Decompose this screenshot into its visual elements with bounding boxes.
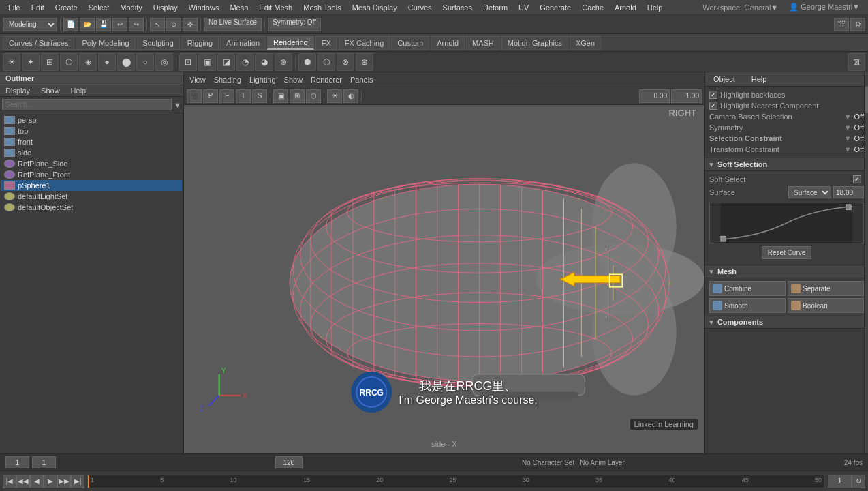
menu-modify[interactable]: Modify <box>114 3 147 12</box>
vp-menu-view[interactable]: View <box>187 76 208 84</box>
shelf-animation[interactable]: Animation <box>220 36 266 50</box>
timeline-back-btn[interactable]: ◀ <box>30 475 44 488</box>
menu-meshtools[interactable]: Mesh Tools <box>298 3 346 12</box>
vp-persp-btn[interactable]: P <box>203 89 218 103</box>
highlight-backfaces-check[interactable]: ✓ <box>709 91 717 99</box>
icon-hud[interactable]: ⊠ <box>848 53 865 71</box>
boolean-btn[interactable]: Boolean <box>788 298 864 313</box>
vp-menu-shading[interactable]: Shading <box>211 76 244 84</box>
menu-meshdisplay[interactable]: Mesh Display <box>347 3 403 12</box>
combine-btn[interactable]: Combine <box>709 281 786 296</box>
icon-sphere1[interactable]: ⬤ <box>117 53 135 71</box>
icon-edge[interactable]: ⊞ <box>41 53 59 71</box>
selection-constraint-value[interactable]: Off <box>854 134 864 143</box>
timeline-frame-input[interactable] <box>828 475 852 488</box>
open-btn[interactable]: 📂 <box>80 18 95 31</box>
shelf-rigging[interactable]: Rigging <box>181 36 219 50</box>
timeline-end-btn[interactable]: ▶| <box>71 475 84 488</box>
icon-fx3[interactable]: ⊗ <box>337 53 354 71</box>
soft-selection-title[interactable]: ▼ Soft Selection <box>705 158 868 171</box>
vp-menu-renderer[interactable]: Renderer <box>308 76 345 84</box>
shelf-mash[interactable]: MASH <box>466 36 500 50</box>
shelf-custom[interactable]: Custom <box>391 36 429 50</box>
vp-menu-panels[interactable]: Panels <box>347 76 376 84</box>
select-btn[interactable]: ↖ <box>150 18 165 31</box>
settings-btn[interactable]: ⚙ <box>850 18 865 31</box>
outliner-menu-show[interactable]: Show <box>35 85 65 96</box>
separate-btn[interactable]: Separate <box>788 281 864 296</box>
icon-env[interactable]: ◕ <box>255 53 273 71</box>
shelf-sculpting[interactable]: Sculpting <box>137 36 180 50</box>
highlight-nearest-check[interactable]: ✓ <box>709 102 717 110</box>
shelf-arnold[interactable]: Arnold <box>431 36 465 50</box>
search-input[interactable] <box>2 99 172 110</box>
vp-front-btn[interactable]: F <box>219 89 234 103</box>
menu-cache[interactable]: Cache <box>576 3 609 12</box>
menu-edit[interactable]: Edit <box>26 3 50 12</box>
smooth-btn[interactable]: Smooth <box>709 298 786 313</box>
symmetry-value[interactable]: Off <box>854 123 864 132</box>
menu-surfaces[interactable]: Surfaces <box>437 3 478 12</box>
vp-iso-btn[interactable]: ⬡ <box>306 89 321 103</box>
timeline-play-btn[interactable]: ▶ <box>44 475 57 488</box>
menu-file[interactable]: File <box>3 3 26 12</box>
menu-help[interactable]: Help <box>642 3 668 12</box>
outliner-item-refplane-front[interactable]: RefPlane_Front <box>1 169 182 180</box>
rp-help-tab[interactable]: Help <box>743 72 775 86</box>
vp-shading-btn[interactable]: ▣ <box>273 89 288 103</box>
timeline-prev-btn[interactable]: ◀◀ <box>16 475 30 488</box>
mode-select[interactable]: Modeling <box>3 18 57 31</box>
shelf-poly[interactable]: Poly Modeling <box>76 36 135 50</box>
outliner-item-lightset[interactable]: defaultLightSet <box>1 191 182 202</box>
outliner-item-front[interactable]: front <box>1 136 182 147</box>
frame-total-input[interactable] <box>275 456 303 468</box>
search-dropdown-icon[interactable]: ▼ <box>174 101 181 109</box>
outliner-item-side[interactable]: side <box>1 147 182 158</box>
vp-top-btn[interactable]: T <box>236 89 251 103</box>
shelf-curves[interactable]: Curves / Surfaces <box>3 36 74 50</box>
lasso-btn[interactable]: ⊙ <box>166 18 181 31</box>
new-scene-btn[interactable]: 📄 <box>63 18 78 31</box>
menu-editmesh[interactable]: Edit Mesh <box>253 3 298 12</box>
surface-value-input[interactable] <box>833 186 864 198</box>
mesh-section-title[interactable]: ▼ Mesh <box>705 265 868 278</box>
shelf-xgen[interactable]: XGen <box>570 36 601 50</box>
rp-object-tab[interactable]: Object <box>705 72 743 86</box>
outliner-menu-display[interactable]: Display <box>0 85 35 96</box>
frame-start-input[interactable] <box>5 456 29 468</box>
menu-generate[interactable]: Generate <box>534 3 576 12</box>
reset-curve-btn[interactable]: Reset Curve <box>762 246 812 259</box>
menu-deform[interactable]: Deform <box>478 3 513 12</box>
soft-select-check[interactable]: ✓ <box>853 175 861 183</box>
icon-fx2[interactable]: ⬡ <box>317 53 335 71</box>
right-panel-scrollbar[interactable] <box>864 72 868 453</box>
shelf-fx[interactable]: FX <box>315 36 337 50</box>
frame-current-input[interactable] <box>32 456 56 468</box>
vp-shadow-btn[interactable]: ◐ <box>343 89 358 103</box>
menu-select[interactable]: Select <box>83 3 115 12</box>
icon-select-all[interactable]: ☀ <box>3 53 20 71</box>
icon-light[interactable]: ◔ <box>236 53 254 71</box>
timeline-fwd-btn[interactable]: ▶▶ <box>57 475 71 488</box>
surface-dropdown[interactable]: Surface <box>788 186 831 198</box>
shelf-motiongraphics[interactable]: Motion Graphics <box>501 36 568 50</box>
outliner-item-top[interactable]: top <box>1 125 182 136</box>
icon-torus[interactable]: ◎ <box>155 53 173 71</box>
timeline-track[interactable]: 1510152025 3035404550 <box>87 475 825 488</box>
timeline-loop-btn[interactable]: ↻ <box>852 475 865 488</box>
vp-menu-lighting[interactable]: Lighting <box>247 76 279 84</box>
move-btn[interactable]: ✛ <box>183 18 198 31</box>
icon-uvs[interactable]: ◈ <box>79 53 97 71</box>
menu-windows[interactable]: Windows <box>183 3 225 12</box>
icon-fx4[interactable]: ⊕ <box>356 53 373 71</box>
redo-btn[interactable]: ↪ <box>129 18 144 31</box>
vp-side-btn[interactable]: S <box>252 89 267 103</box>
menu-create[interactable]: Create <box>50 3 83 12</box>
menu-curves[interactable]: Curves <box>403 3 437 12</box>
shelf-rendering[interactable]: Rendering <box>267 36 314 50</box>
icon-fx1[interactable]: ⬢ <box>298 53 316 71</box>
menu-arnold[interactable]: Arnold <box>609 3 642 12</box>
icon-sphere2[interactable]: ○ <box>136 53 154 71</box>
scrollbar-thumb[interactable] <box>865 86 868 113</box>
render-btn[interactable]: 🎬 <box>834 18 849 31</box>
